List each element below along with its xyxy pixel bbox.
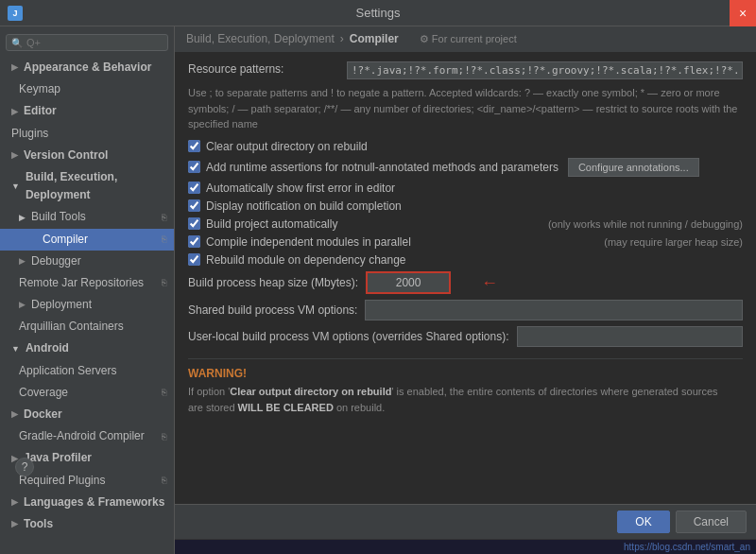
help-button[interactable]: ? [15,458,34,476]
main-layout: 🔍 ▶ Appearance & Behavior Keymap ▶ Edito… [0,26,756,554]
heap-input-wrap: ← [366,271,451,294]
sidebar-item-tools[interactable]: ▶ Tools [0,513,174,535]
build-project-row: Build project automatically (only works … [188,217,743,231]
compile-modules-label: Compile independent modules in parallel [206,235,411,249]
resource-patterns-row: Resource patterns: [188,61,743,79]
heap-size-row: Build process heap size (Mbytes): ← [188,271,743,294]
sidebar-item-label: Arquillian Containers [19,318,124,336]
breadcrumb-current: Compiler [350,32,399,45]
arrow-icon: ▶ [11,407,18,421]
display-notification-checkbox[interactable] [188,199,200,212]
arrow-icon: ▶ [11,495,18,509]
cancel-button[interactable]: Cancel [676,511,747,533]
sidebar-item-build-execution[interactable]: ▼ Build, Execution, Deployment [0,166,174,206]
sidebar-item-languages[interactable]: ▶ Languages & Frameworks [0,492,174,513]
build-project-checkbox[interactable] [188,217,200,230]
sidebar-item-debugger[interactable]: ▶ Debugger [0,251,174,272]
auto-show-checkbox[interactable] [188,182,200,194]
sidebar-item-label: Plugins [11,125,48,143]
sidebar-item-label: Gradle-Android Compiler [19,427,145,445]
sidebar-item-android[interactable]: ▼ Android [0,338,174,359]
heap-size-input[interactable] [366,271,451,294]
sidebar-item-compiler[interactable]: ▶ Compiler ⎘ [0,229,174,251]
sidebar-item-build-tools[interactable]: ▶ Build Tools ⎘ [0,206,174,228]
arrow-indicator: ← [481,272,498,292]
arrow-icon: ▼ [11,342,20,355]
sidebar-item-deployment[interactable]: ▶ Deployment [0,294,174,316]
sidebar-item-label: Build Tools [31,208,86,226]
footer: OK Cancel [175,504,756,539]
copy-icon: ⎘ [162,430,166,443]
app-icon: J [8,6,23,21]
clear-output-label: Clear output directory on rebuild [206,140,368,153]
build-project-label: Build project automatically [206,217,337,231]
title-bar: J Settings × [0,0,756,26]
content-body: Resource patterns: Use ; to separate pat… [175,52,756,504]
gear-icon: ⚙ [420,33,429,44]
user-vm-row: User-local build process VM options (ove… [188,326,743,347]
copy-icon: ⎘ [162,474,166,487]
user-vm-input[interactable] [517,326,744,347]
sidebar-item-arquillian[interactable]: Arquillian Containers [0,316,174,338]
sidebar-item-label: Deployment [31,296,92,314]
shared-vm-label: Shared build process VM options: [188,303,357,317]
sidebar-item-gradle-android[interactable]: Gradle-Android Compiler ⎘ [0,425,174,447]
shared-vm-input[interactable] [365,300,743,320]
compile-modules-checkbox[interactable] [188,235,200,248]
sidebar-item-keymap[interactable]: Keymap [0,78,174,100]
rebuild-module-checkbox[interactable] [188,253,200,266]
configure-annotations-button[interactable]: Configure annotations... [568,158,699,177]
content-panel: Build, Execution, Deployment › Compiler … [175,26,756,554]
copy-icon: ⎘ [162,386,166,399]
clear-output-row: Clear output directory on rebuild [188,140,743,153]
breadcrumb: Build, Execution, Deployment › Compiler … [175,26,756,52]
arrow-icon: ▶ [19,298,26,311]
sidebar-item-label: Version Control [24,147,108,164]
resource-patterns-input[interactable] [347,61,743,79]
resource-patterns-help: Use ; to separate patterns and ! to nega… [188,85,743,132]
sidebar-item-app-servers[interactable]: Application Servers [0,360,174,382]
sidebar-item-label: Tools [24,515,53,533]
sidebar-item-editor[interactable]: ▶ Editor [0,100,174,122]
heap-size-label: Build process heap size (Mbytes): [188,275,358,289]
sidebar-item-label: Android [26,339,69,357]
sidebar-item-plugins[interactable]: Plugins [0,123,174,145]
arrow-expanded-icon: ▼ [11,180,20,193]
sidebar-item-coverage[interactable]: Coverage ⎘ [0,382,174,404]
rebuild-module-row: Rebuild module on dependency change [188,253,743,267]
arrow-icon: ▶ [19,211,26,224]
compile-modules-row: Compile independent modules in parallel … [188,235,743,249]
copy-icon: ⎘ [162,276,166,289]
sidebar-item-label: Debugger [31,252,81,270]
clear-output-checkbox[interactable] [188,140,200,152]
user-vm-label: User-local build process VM options (ove… [188,328,509,345]
breadcrumb-path: Build, Execution, Deployment [186,32,335,45]
copy-icon: ⎘ [162,211,166,224]
warning-title: WARNING! [188,367,743,380]
sidebar-item-label: Appearance & Behavior [24,59,151,77]
arrow-icon: ▶ [11,105,18,118]
search-icon: 🔍 [11,38,23,48]
display-notification-row: Display notification on build completion [188,199,743,213]
close-button[interactable]: × [730,0,756,26]
ok-button[interactable]: OK [617,511,669,533]
add-runtime-label: Add runtime assertions for notnull-annot… [206,161,558,174]
breadcrumb-separator: › [340,32,344,45]
sidebar-item-label: Editor [24,102,57,120]
search-box[interactable]: 🔍 [6,34,168,51]
add-runtime-checkbox[interactable] [188,161,200,173]
sidebar-item-label: Required Plugins [19,472,105,490]
warning-section: WARNING! If option 'Clear output directo… [188,358,743,424]
sidebar-item-label: Languages & Frameworks [24,493,164,511]
sidebar-item-docker[interactable]: ▶ Docker [0,404,174,425]
sidebar-item-appearance[interactable]: ▶ Appearance & Behavior [0,57,174,78]
window-title: Settings [356,6,401,20]
sidebar-item-version-control[interactable]: ▶ Version Control [0,145,174,166]
warning-text: If option 'Clear output directory on reb… [188,384,743,417]
search-input[interactable] [26,37,163,48]
add-runtime-row: Add runtime assertions for notnull-annot… [188,158,743,177]
auto-show-row: Automatically show first error in editor [188,182,743,195]
sidebar-item-label: Application Servers [19,362,116,380]
sidebar-item-remote-jar[interactable]: Remote Jar Repositories ⎘ [0,272,174,294]
resource-patterns-label: Resource patterns: [188,61,339,76]
